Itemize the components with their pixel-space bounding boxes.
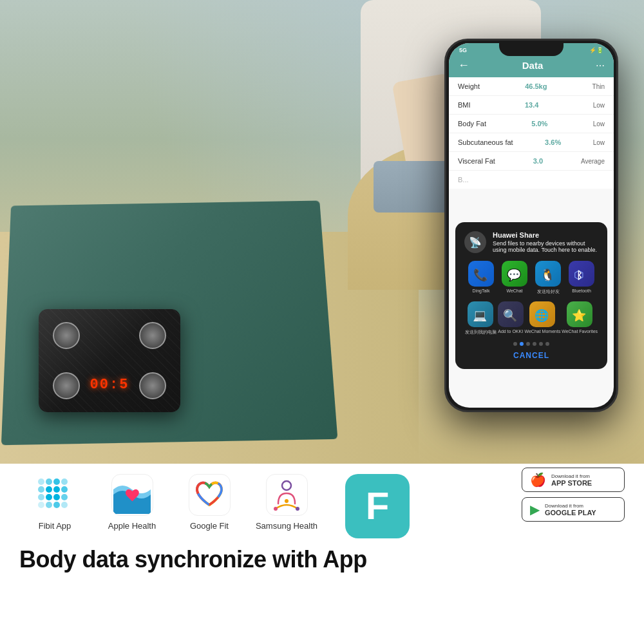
samsung-health-app-item: Samsung Health <box>251 474 322 531</box>
share-dingtalk[interactable]: 📞 DingTalk <box>468 261 494 295</box>
svg-point-14 <box>46 486 52 493</box>
apps-and-download-row: Fibit App Apple Health <box>19 474 625 538</box>
scale-pad-tr <box>139 322 166 349</box>
google-fit-app-item: Google Fit <box>174 474 245 531</box>
download-badges: 🍎 Download it from APP STORE ▶ Download … <box>522 468 625 522</box>
hero-section: 00:5 5G 10:33 ⚡🔋 ← Data ⋯ Weight 46.5kg <box>0 0 644 464</box>
phone-back-button[interactable]: ← <box>458 59 469 72</box>
viscfat-status: Average <box>581 158 605 165</box>
wechat-label: WeChat <box>506 289 522 293</box>
phone-data-row: Subcutaneous fat 3.6% Low <box>449 133 614 152</box>
share-dot <box>545 342 549 346</box>
share-wechat[interactable]: 💬 WeChat <box>502 261 527 295</box>
samsung-health-icon <box>266 474 308 516</box>
app-icons-row: Fibit App Apple Health <box>19 474 522 538</box>
fibit-label: Fibit App <box>39 521 71 531</box>
tagline-container: Body data synchronize with App <box>19 546 625 573</box>
samsung-health-label: Samsung Health <box>256 521 317 531</box>
googleplay-badge-text: Download it from GOOGLE PLAY <box>545 503 596 516</box>
svg-rect-27 <box>268 477 305 514</box>
scale-device: 00:5 <box>39 309 180 412</box>
google-fit-icon <box>189 474 231 516</box>
googleplay-badge[interactable]: ▶ Download it from GOOGLE PLAY <box>522 497 625 522</box>
wechat-moments-icon: 🌐 <box>529 301 555 327</box>
viscfat-label: Visceral Fat <box>458 157 495 165</box>
dingtalk-icon: 📞 <box>468 261 494 287</box>
svg-point-22 <box>46 502 52 508</box>
phone-data-row: Visceral Fat 3.0 Average <box>449 152 614 171</box>
share-qq[interactable]: 🐧 发送给好友 <box>535 261 561 295</box>
svg-point-15 <box>53 486 60 493</box>
share-modal-text: Huawei Share Send files to nearby device… <box>493 231 598 253</box>
google-fit-svg <box>191 477 228 514</box>
samsung-health-svg <box>268 477 305 514</box>
phone-data-row: BMI 13.4 Low <box>449 96 614 115</box>
viscfat-value: 3.0 <box>533 157 543 165</box>
svg-point-13 <box>38 486 44 493</box>
bottom-section: Fibit App Apple Health <box>0 464 644 644</box>
googleplay-bottom-text: GOOGLE PLAY <box>545 509 596 516</box>
share-cancel-button[interactable]: CANCEL <box>464 351 598 360</box>
svg-point-11 <box>53 478 60 485</box>
wechat-moments-label: WeChat Moments <box>524 329 560 334</box>
fitdiary-app-item: F <box>339 474 410 538</box>
phone-mockup: 5G 10:33 ⚡🔋 ← Data ⋯ Weight 46.5kg Thin … <box>444 39 618 412</box>
fibit-icon <box>34 474 76 516</box>
apple-health-icon <box>111 474 153 516</box>
scale-pad-br <box>139 372 166 399</box>
svg-point-31 <box>285 499 289 503</box>
fibit-app-item: Fibit App <box>19 474 90 531</box>
phone-screen: 5G 10:33 ⚡🔋 ← Data ⋯ Weight 46.5kg Thin … <box>449 43 614 408</box>
share-send-pc[interactable]: 💻 发送到我的电脑 <box>465 301 497 336</box>
apple-icon: 🍎 <box>530 472 546 488</box>
qq-label: 发送给好友 <box>537 289 560 295</box>
subfat-value: 3.6% <box>545 138 561 146</box>
svg-point-10 <box>46 478 52 485</box>
share-dot <box>539 342 543 346</box>
svg-point-19 <box>53 494 60 500</box>
svg-text:🌐: 🌐 <box>535 308 549 322</box>
svg-text:💻: 💻 <box>473 308 488 322</box>
weight-status: Thin <box>592 83 605 90</box>
bmi-label: BMI <box>458 101 471 109</box>
wechat-fav-icon: ⭐ <box>567 301 592 327</box>
bodyfat-label: Body Fat <box>458 120 486 128</box>
svg-point-24 <box>61 502 68 508</box>
share-wechat-fav[interactable]: ⭐ WeChat Favorites <box>562 301 598 336</box>
phone-notch <box>499 41 564 56</box>
svg-text:💬: 💬 <box>507 268 522 281</box>
scale-pad-tl <box>53 322 80 349</box>
google-fit-label: Google Fit <box>190 521 229 531</box>
svg-point-20 <box>61 494 68 500</box>
appstore-badge[interactable]: 🍎 Download it from APP STORE <box>522 468 625 492</box>
send-pc-label: 发送到我的电脑 <box>465 329 497 336</box>
svg-text:🔍: 🔍 <box>503 308 518 322</box>
fitdiary-letter: F <box>366 487 390 526</box>
svg-point-9 <box>38 478 44 485</box>
huawei-share-icon: 📡 <box>464 231 486 253</box>
phone-screen-title: Data <box>522 60 544 71</box>
share-wechat-moments[interactable]: 🌐 WeChat Moments <box>524 301 560 336</box>
svg-point-12 <box>61 478 68 485</box>
fitdiary-icon: F <box>345 474 410 538</box>
phone-data-table: Weight 46.5kg Thin BMI 13.4 Low Body Fat… <box>449 77 614 189</box>
apple-health-label: Apple Health <box>108 521 156 531</box>
svg-point-29 <box>274 507 278 511</box>
apple-health-app-item: Apple Health <box>97 474 167 531</box>
wechat-icon: 💬 <box>502 261 527 287</box>
bodyfat-value: 5.0% <box>531 120 547 128</box>
appstore-badge-text: Download it from APP STORE <box>551 473 592 487</box>
share-dot <box>513 342 517 346</box>
svg-point-16 <box>61 486 68 493</box>
share-icons-row1: 📞 DingTalk 💬 WeChat 🐧 发送 <box>464 261 598 295</box>
okki-label: Add to OKKI <box>498 329 523 334</box>
svg-rect-26 <box>191 477 228 514</box>
scale-pad-bl <box>53 372 80 399</box>
share-icons-row2: 💻 发送到我的电脑 🔍 Add to OKKI 🌐 <box>464 301 598 336</box>
share-bluetooth[interactable]: ⬡ ᛒ Bluetooth <box>569 261 594 295</box>
qq-icon: 🐧 <box>535 261 561 287</box>
share-okki[interactable]: 🔍 Add to OKKI <box>498 301 524 336</box>
phone-header: ← Data ⋯ <box>449 55 614 77</box>
phone-share-button[interactable]: ⋯ <box>596 61 605 71</box>
wechat-fav-label: WeChat Favorites <box>562 329 598 334</box>
